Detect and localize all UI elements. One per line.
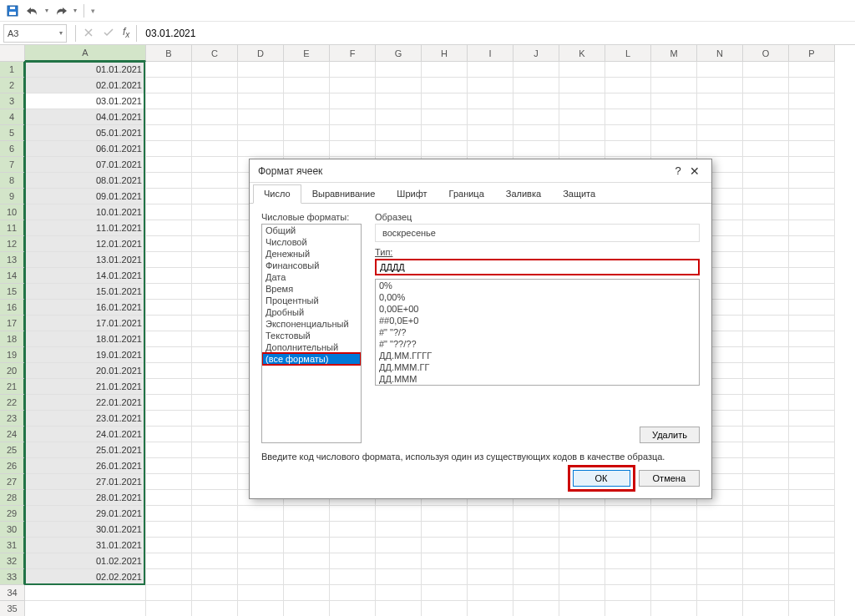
cell[interactable]: 02.02.2021	[25, 569, 146, 585]
cell[interactable]	[238, 553, 284, 569]
cell[interactable]	[146, 522, 192, 538]
cell[interactable]: 26.01.2021	[25, 458, 146, 474]
cell[interactable]	[559, 93, 605, 109]
row-header[interactable]: 26	[0, 458, 25, 474]
cell[interactable]	[605, 569, 651, 585]
cell[interactable]	[559, 109, 605, 125]
cell[interactable]	[651, 62, 697, 78]
cell[interactable]	[789, 93, 835, 109]
cell[interactable]	[789, 252, 835, 268]
cell[interactable]: 23.01.2021	[25, 411, 146, 427]
cell[interactable]	[284, 569, 330, 585]
cell[interactable]	[605, 141, 651, 157]
cell[interactable]	[743, 585, 789, 601]
cell[interactable]: 08.01.2021	[25, 173, 146, 189]
cell[interactable]	[146, 157, 192, 173]
row-header[interactable]: 16	[0, 300, 25, 316]
cell[interactable]	[146, 300, 192, 316]
cell[interactable]	[192, 316, 238, 331]
cell[interactable]	[743, 427, 789, 442]
row-header[interactable]: 22	[0, 395, 25, 411]
row-header[interactable]: 8	[0, 173, 25, 189]
row-header[interactable]: 33	[0, 569, 25, 585]
cell[interactable]	[330, 553, 376, 569]
cell[interactable]	[376, 506, 422, 522]
cell[interactable]	[146, 490, 192, 506]
cell[interactable]	[146, 379, 192, 395]
cell[interactable]	[789, 220, 835, 236]
cell[interactable]	[376, 538, 422, 553]
cell[interactable]	[192, 474, 238, 490]
cell[interactable]	[789, 141, 835, 157]
cell[interactable]	[743, 252, 789, 268]
cell[interactable]: 10.01.2021	[25, 204, 146, 220]
format-code-item[interactable]: МММ.ГГ	[376, 385, 699, 386]
cell[interactable]	[743, 93, 789, 109]
cell[interactable]	[330, 78, 376, 93]
format-code-item[interactable]: ДД.МММ	[376, 373, 699, 385]
cell[interactable]	[192, 585, 238, 601]
cell[interactable]	[697, 109, 743, 125]
cell[interactable]	[651, 522, 697, 538]
cell[interactable]	[789, 522, 835, 538]
cell[interactable]	[330, 569, 376, 585]
row-header[interactable]: 15	[0, 284, 25, 300]
cell[interactable]	[789, 569, 835, 585]
dialog-tab[interactable]: Выравнивание	[301, 184, 387, 204]
cell[interactable]	[789, 411, 835, 427]
cell[interactable]	[697, 522, 743, 538]
cell[interactable]	[605, 109, 651, 125]
cell[interactable]	[789, 395, 835, 411]
cell[interactable]	[514, 506, 559, 522]
cell[interactable]	[514, 569, 559, 585]
cell[interactable]	[605, 62, 651, 78]
cell[interactable]	[376, 93, 422, 109]
cell[interactable]	[743, 506, 789, 522]
cell[interactable]	[743, 220, 789, 236]
cell[interactable]	[422, 569, 468, 585]
cancel-button[interactable]: Отмена	[639, 470, 700, 487]
cell[interactable]	[238, 62, 284, 78]
cell[interactable]	[743, 411, 789, 427]
cell[interactable]	[651, 506, 697, 522]
row-header[interactable]: 24	[0, 427, 25, 442]
cell[interactable]	[514, 78, 559, 93]
cell[interactable]	[192, 395, 238, 411]
cell[interactable]	[192, 62, 238, 78]
cell[interactable]	[192, 538, 238, 553]
row-header[interactable]: 4	[0, 109, 25, 125]
cell[interactable]	[238, 538, 284, 553]
cell[interactable]	[422, 538, 468, 553]
column-header[interactable]: A	[25, 45, 146, 62]
row-header[interactable]: 14	[0, 268, 25, 284]
cell[interactable]	[697, 93, 743, 109]
dialog-tab[interactable]: Число	[253, 184, 301, 204]
cell[interactable]	[376, 78, 422, 93]
row-header[interactable]: 12	[0, 236, 25, 252]
cell[interactable]	[238, 78, 284, 93]
cell[interactable]	[284, 141, 330, 157]
cell[interactable]	[789, 601, 835, 616]
cell[interactable]	[192, 109, 238, 125]
row-header[interactable]: 9	[0, 189, 25, 204]
cell[interactable]	[192, 268, 238, 284]
cell[interactable]	[789, 173, 835, 189]
cell[interactable]	[743, 331, 789, 347]
cell[interactable]	[743, 379, 789, 395]
cell[interactable]	[789, 109, 835, 125]
cell[interactable]	[743, 141, 789, 157]
cell[interactable]	[284, 93, 330, 109]
cell[interactable]: 30.01.2021	[25, 522, 146, 538]
cell[interactable]	[468, 93, 514, 109]
dialog-tab[interactable]: Граница	[438, 184, 495, 204]
row-header[interactable]: 7	[0, 157, 25, 173]
row-header[interactable]: 34	[0, 585, 25, 601]
cell[interactable]	[376, 62, 422, 78]
cell[interactable]	[146, 395, 192, 411]
cell[interactable]	[146, 109, 192, 125]
ok-button[interactable]: ОК	[573, 470, 630, 487]
format-code-item[interactable]: ##0,0E+0	[376, 315, 699, 326]
cell[interactable]	[605, 125, 651, 141]
cell[interactable]: 24.01.2021	[25, 427, 146, 442]
cell[interactable]	[422, 506, 468, 522]
